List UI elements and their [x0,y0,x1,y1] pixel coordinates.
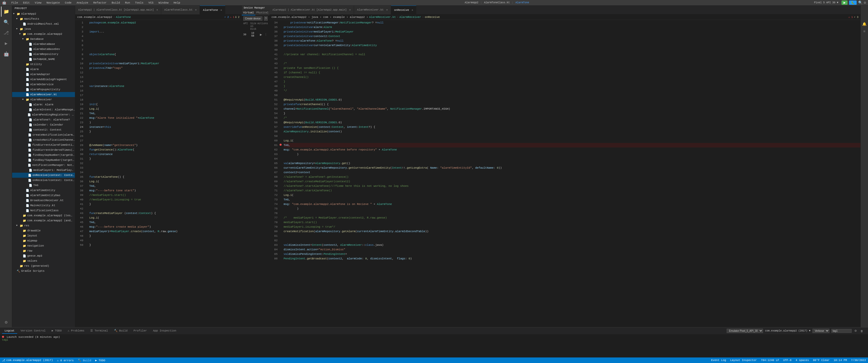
status-branch[interactable]: ⎇ com.example.alarmapp2 (2817) [2,359,53,362]
bottom-tab-todo[interactable]: ▶ TODO [49,328,64,334]
tab-alarmtoneclass[interactable]: AlarmApp2 | AlarmToneClass.kt [AlarmApp2… [75,5,161,14]
activity-android[interactable]: 🤖 [1,49,11,59]
sidebar-item[interactable]: ▼📁AlarmApp2 [12,11,75,16]
sidebar-item[interactable]: 📄alarmTone?: AlarmTone? [12,117,75,122]
menu-navigate[interactable]: Navigate [45,1,61,5]
sidebar-item[interactable]: 📄geese.mp3 [12,253,75,258]
activity-run[interactable]: ▶ [1,38,11,48]
tab-right-alarmapp[interactable]: AlarmApp2 | AlarmReceiver.kt [AlarmApp2.… [270,5,354,14]
sidebar-item[interactable]: 📄AlarmTimeEntity [12,188,75,193]
sidebar-item[interactable]: 📄findCurrentOrderedTimes(): Double [12,147,75,153]
sidebar-item[interactable]: 📄notificationManager: NotificationMana [12,163,75,168]
status-event-log[interactable]: Event Log [711,359,726,362]
menu-window[interactable]: Window [157,1,169,5]
sidebar-item[interactable]: ▼📁res [12,223,75,228]
bottom-tab-problems[interactable]: ⚠ Problems [65,328,87,334]
device-help-button[interactable]: ? [264,16,268,21]
bottom-tab-terminal[interactable]: ☰ Terminal [88,328,110,334]
tab-close-icon3[interactable]: ✕ [220,8,222,11]
sidebar-item[interactable]: 📄AlarmAddDialogFragment [12,77,75,82]
sidebar-item[interactable]: 📄context2: Context [12,127,75,132]
right-code-area[interactable]: private var notificationManager:Notifica… [282,20,861,327]
device-item-row[interactable]: 30 10 GB ▶ ⋮ [242,31,270,38]
sidebar-item[interactable]: 📄findDay7SapNumber(targetDay: Str [12,158,75,163]
search-icon[interactable]: 🔍 [858,0,863,5]
sidebar-item[interactable]: 📄createNotification(alarm: Alarm) [12,132,75,137]
status-layout-inspector[interactable]: Layout Inspector [730,359,757,362]
left-code-area[interactable]: package com.example.alarmapp2import ...o… [87,20,242,327]
status-errors[interactable]: ⚠ 0 errors [57,359,74,362]
tab-right-receiver[interactable]: AlarmReceiver.kt ✕ [354,5,391,14]
sidebar-item[interactable]: 📄NotificationClass [12,208,75,213]
sidebar-item[interactable]: 📄alarmPendingRegisterer: PendingRegister… [12,112,75,117]
menu-file[interactable]: File [10,1,19,5]
activity-search[interactable]: 🔍 [1,17,11,27]
logcat-clear[interactable]: 🗑 [860,329,864,333]
sidebar-item[interactable]: 📄alarmIntent: AlarmManager? [12,107,75,112]
sidebar-item[interactable]: 📄MainActivity.kt [12,203,75,208]
menu-run[interactable]: Run [124,1,131,5]
menu-analyze[interactable]: Analyze [75,1,89,5]
menu-tools[interactable]: Tools [134,1,144,5]
sidebar-item[interactable]: 📄createNotificationChannel() [12,137,75,142]
tab-close-icon2[interactable]: ✕ [195,8,196,11]
tab-alarmtone[interactable]: AlarmTone ✕ [200,5,225,14]
file-tab-active[interactable]: AlarmTone [516,1,529,4]
tab-alarmtoneclass2[interactable]: AlarmToneClass.kt ✕ [161,5,200,14]
sidebar-item[interactable]: 📁com.example.alarmapp2 (test) [12,213,75,218]
emulator-select[interactable]: Emulator Pixel_5_API_30 [727,329,763,333]
activity-explorer[interactable]: 📁 [1,6,11,16]
sidebar-item[interactable]: ▼📁AlarmReceiver [12,97,75,102]
sidebar-item[interactable]: 📄AlarmDataBase [12,42,75,46]
sidebar-item[interactable]: 📁raw [12,248,75,253]
bottom-tab-build[interactable]: 🔨 Build [112,328,130,334]
sidebar-item[interactable]: 📄findDaySapNumber(targetDay: Str [12,153,75,158]
left-editor-content[interactable]: 1234567891011121314151617181920212223242… [75,20,242,327]
sidebar-item[interactable]: 📄AlarmReceiver.kt [12,92,75,97]
tab-right-onreceive[interactable]: onReceive ✕ [391,5,416,14]
sidebar-item[interactable]: 📄AlarmTimeEntityDao [12,193,75,198]
sidebar-item[interactable]: ▼📁DataBase [12,37,75,42]
bottom-tab-logcat[interactable]: Logcat [2,328,17,334]
sidebar-item[interactable]: 📁res (generated) [12,263,75,268]
sidebar-item[interactable]: 📄onReceive/context: Context, inten [12,178,75,183]
sidebar-item[interactable]: 📁com.example.alarmapp2 (androidTest) [12,218,75,223]
sidebar-item[interactable]: 📄TAG [12,183,75,188]
sidebar-item[interactable]: 📁drawable [12,228,75,233]
notifications-icon[interactable]: 🔔 [861,21,868,27]
sidebar-item[interactable]: 📄AlarmRepository [12,52,75,57]
run-config[interactable]: Pixel 5 API 30 ▼ [813,1,840,4]
sidebar-item[interactable]: 📄alarm: Alarm [12,102,75,107]
sidebar-item[interactable]: 📄AlarmPopupActivity [12,87,75,92]
tab-close-right3[interactable]: ✕ [411,8,413,11]
sidebar-item[interactable]: 📄AlarmDataBaseDev [12,46,75,52]
logcat-filter[interactable] [831,329,851,333]
sidebar-item[interactable]: 📁layout [12,233,75,238]
tab-close-right1[interactable]: ✕ [349,8,351,11]
sidebar-item[interactable]: 📄mediaPlayer1: MediaPlayer [12,168,75,173]
log-level-select[interactable]: Verbose [812,329,829,333]
sidebar-item[interactable]: 📁values [12,258,75,263]
settings-icon[interactable]: ⚙ [864,0,866,5]
right-editor-content[interactable]: 3435363738394041424344454647484950515253… [270,20,861,327]
bottom-tab-profiler[interactable]: Profiler [131,328,149,334]
debug-button[interactable]: 🐛 [849,0,857,5]
file-tab-alarmtone[interactable]: AlarmToneClass.kt [484,1,510,4]
sidebar-item[interactable]: 📄onReceive(context: Context, inten [12,173,75,178]
run-button[interactable]: ▶ [841,0,847,5]
device-more-button[interactable]: ⋮ [264,33,268,37]
sidebar-item[interactable]: 📄Alarm [12,67,75,72]
menu-vcs[interactable]: VCS [147,1,154,5]
sidebar-item[interactable]: ▼📁java [12,27,75,32]
sidebar-item[interactable]: 📄BroadcastReceiver.kt [12,198,75,203]
device-tab-virtual[interactable]: Virtual [242,10,255,15]
sidebar-item[interactable]: 📄DATABASE_NAME [12,57,75,62]
tab-close-right2[interactable]: ✕ [386,8,388,11]
device-tab-physical[interactable]: Physical [255,10,270,15]
sidebar-item[interactable]: 🔨Gradle Scripts [12,268,75,273]
menu-build[interactable]: Build [111,1,121,5]
sidebar-item[interactable]: 📄AlarmAdapter [12,72,75,77]
create-device-button[interactable]: Create device [243,16,262,21]
bottom-tab-vcs[interactable]: Version Control [18,328,48,334]
sidebar-item[interactable]: ▼📁manifests [12,16,75,22]
